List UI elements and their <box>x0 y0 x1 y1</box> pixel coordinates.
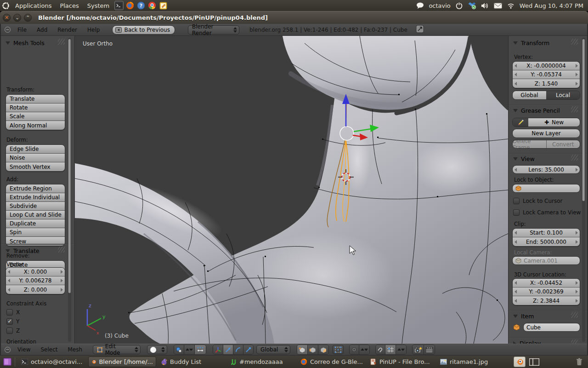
constraint-x-checkbox[interactable]: X <box>6 309 20 316</box>
task-blender[interactable]: Blender [/home/... <box>88 356 156 367</box>
mesh-tools-panel-header[interactable]: Mesh Tools <box>6 40 45 46</box>
proportional-arrows-icon[interactable] <box>184 345 195 354</box>
gedit-icon[interactable] <box>158 1 168 10</box>
network-icon[interactable] <box>507 1 515 10</box>
object-name-field[interactable]: Cube <box>523 323 580 332</box>
panel-collapse-triangle[interactable] <box>6 249 10 253</box>
show-desktop-icon[interactable] <box>1 356 13 367</box>
translate-button[interactable]: Translate <box>6 95 65 104</box>
delete-frame-button[interactable]: Delete Frame <box>513 140 546 148</box>
clip-end-field[interactable]: End: 5000.000 <box>513 237 580 246</box>
collapse-menus-icon[interactable]: − <box>5 27 11 33</box>
along-normal-button[interactable]: Along Normal <box>6 121 65 130</box>
window-titlebar[interactable]: ✕ ⌄ ⌃ Blender [/home/octavio/Documents/P… <box>0 11 588 24</box>
panel-drag-grip[interactable] <box>571 339 578 344</box>
snap-arrows-icon[interactable] <box>396 345 406 354</box>
panel-drag-grip[interactable] <box>571 39 578 45</box>
falloff-icon[interactable] <box>195 345 206 354</box>
local-camera-field[interactable]: Camera.001 <box>512 256 580 265</box>
maximize-button[interactable]: ⌃ <box>24 14 32 22</box>
minimize-button[interactable]: ⌄ <box>13 14 21 22</box>
grease-pencil-new-button[interactable]: ✚ New <box>528 118 580 126</box>
face-select-icon[interactable] <box>318 345 328 354</box>
panel-collapse-triangle[interactable] <box>513 157 518 161</box>
edge-slide-button[interactable]: Edge Slide <box>6 145 65 154</box>
chat-icon[interactable] <box>416 1 424 10</box>
vector-y-field[interactable]: Y: 0.006278 <box>6 276 65 285</box>
lock-to-object-field[interactable] <box>512 184 580 193</box>
username[interactable]: octavio <box>429 2 450 9</box>
vertex-y-field[interactable]: Y: -0.05374 <box>513 70 580 79</box>
noise-button[interactable]: Noise <box>6 154 65 162</box>
render-animation-icon[interactable] <box>424 345 435 354</box>
grease-pencil-draw-button[interactable] <box>513 118 528 126</box>
help-icon[interactable]: ? <box>136 1 146 10</box>
panel-drag-grip[interactable] <box>58 247 65 253</box>
translate-operator-panel-header[interactable]: Translate <box>6 247 40 254</box>
menu-places[interactable]: Places <box>56 0 83 11</box>
scale-button[interactable]: Scale <box>6 112 65 121</box>
cursor-y-field[interactable]: Y: -0.002369 <box>513 288 580 296</box>
menu-mesh[interactable]: Mesh <box>63 346 88 353</box>
loop-cut-button[interactable]: Loop Cut and Slide <box>6 211 65 219</box>
power-icon[interactable] <box>455 1 464 10</box>
panel-collapse-triangle[interactable] <box>513 41 518 45</box>
panel-collapse-triangle[interactable] <box>6 41 10 45</box>
lock-camera-checkbox[interactable]: Lock Camera to View <box>513 209 581 216</box>
task-correo[interactable]: Correo de G-Ble... <box>298 356 366 367</box>
chrome-icon[interactable] <box>147 1 157 10</box>
menu-system[interactable]: System <box>83 0 113 11</box>
rotate-manipulator-icon[interactable] <box>233 345 243 354</box>
task-file-browser[interactable]: PinUP - File Bro... <box>368 356 435 367</box>
properties-scrollbar[interactable] <box>582 38 585 342</box>
constraint-y-checkbox[interactable]: ✓Y <box>6 318 19 325</box>
task-irc-channel[interactable]: #mendozaaaa <box>228 356 296 367</box>
rotate-button[interactable]: Rotate <box>6 104 65 112</box>
lock-to-cursor-checkbox[interactable]: Lock to Cursor <box>513 198 562 204</box>
menu-help[interactable]: Help <box>82 27 105 33</box>
orientation-dropdown[interactable]: Global <box>256 345 290 354</box>
spin-button[interactable]: Spin <box>6 228 65 237</box>
ubuntu-logo-icon[interactable] <box>1 1 10 10</box>
snap-magnet-icon[interactable] <box>376 345 385 354</box>
menu-file[interactable]: File <box>12 27 32 33</box>
vector-z-field[interactable]: Z: 0.000 <box>6 285 65 294</box>
task-terminal[interactable]: octavio@octavi... <box>18 356 86 367</box>
menu-select[interactable]: Select <box>35 346 62 353</box>
terminal-icon[interactable] <box>114 1 124 10</box>
extrude-region-button[interactable]: Extrude Region <box>6 184 65 193</box>
snap-element-icon[interactable] <box>385 345 396 354</box>
edge-select-icon[interactable] <box>308 345 318 354</box>
collapse-menus-icon[interactable]: − <box>5 347 11 353</box>
menu-applications[interactable]: Applications <box>11 0 56 11</box>
occlude-geometry-icon[interactable] <box>333 345 344 354</box>
vertex-z-field[interactable]: Z: 1.540 <box>513 79 580 88</box>
cursor-x-field[interactable]: X: -0.04452 <box>513 279 580 288</box>
constraint-z-checkbox[interactable]: Z <box>6 328 20 334</box>
panel-drag-grip[interactable] <box>571 155 578 161</box>
panel-collapse-triangle[interactable] <box>513 315 518 318</box>
resize-window-icon[interactable] <box>416 25 424 34</box>
menu-add[interactable]: Add <box>32 27 52 33</box>
shading-dropdown[interactable] <box>147 345 167 354</box>
panel-drag-grip[interactable] <box>58 39 65 45</box>
clip-start-field[interactable]: Start: 0.100 <box>513 229 580 237</box>
menu-render[interactable]: Render <box>52 27 82 33</box>
trash-icon[interactable] <box>573 356 585 367</box>
volume-icon[interactable] <box>481 1 489 10</box>
view-panel-header[interactable]: View <box>513 155 535 162</box>
render-engine-dropdown[interactable]: Blender Render <box>188 25 239 34</box>
scale-manipulator-icon[interactable] <box>243 345 253 354</box>
translate-manipulator-icon[interactable] <box>223 345 233 354</box>
subdivide-button[interactable]: Subdivide <box>6 202 65 211</box>
menu-view[interactable]: View <box>12 346 35 353</box>
global-toggle-button[interactable]: Global <box>513 91 546 99</box>
grease-pencil-panel-header[interactable]: Grease Pencil <box>513 107 560 114</box>
item-panel-header[interactable]: Item <box>513 313 534 320</box>
panel-collapse-triangle[interactable] <box>513 109 518 112</box>
window-list-icon[interactable] <box>528 356 540 367</box>
task-image-viewer[interactable]: ritamae1.jpg <box>437 356 505 367</box>
lens-field[interactable]: Lens: 35.000 <box>512 165 580 174</box>
clock[interactable]: Wed Aug 10, 4:07 PM <box>520 2 583 9</box>
mail-icon[interactable] <box>494 1 502 10</box>
